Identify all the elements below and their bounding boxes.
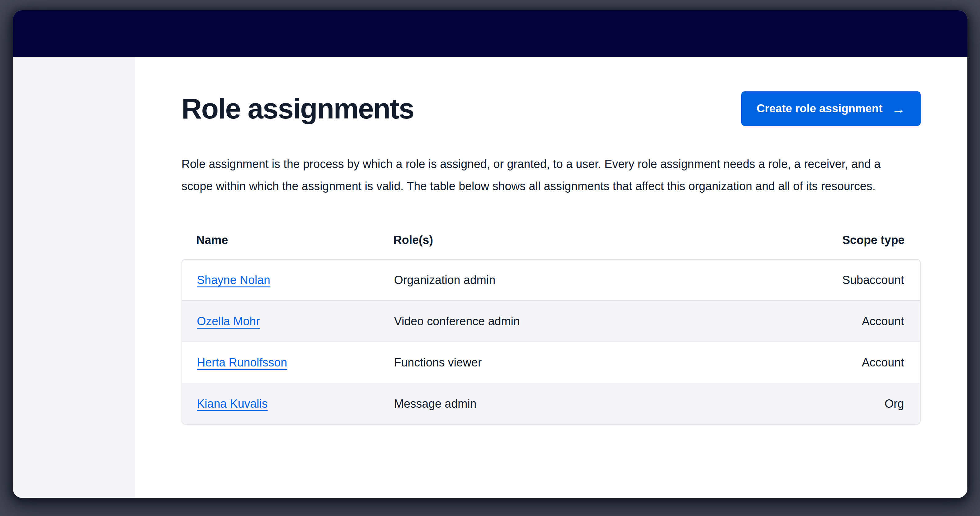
create-role-assignment-button[interactable]: Create role assignment → — [741, 91, 921, 126]
role-assignments-table: Name Role(s) Scope type Shayne Nolan Org… — [181, 234, 921, 425]
scope-type-cell: Account — [705, 315, 920, 328]
name-cell: Ozella Mohr — [182, 315, 379, 328]
scope-type-cell: Subaccount — [705, 274, 920, 287]
top-nav-bar — [13, 10, 967, 57]
create-role-assignment-button-label: Create role assignment — [757, 102, 883, 115]
roles-cell: Organization admin — [379, 274, 705, 287]
sidebar — [13, 57, 135, 498]
table-row: Shayne Nolan Organization admin Subaccou… — [182, 260, 920, 300]
roles-cell: Message admin — [379, 397, 705, 411]
user-name-link[interactable]: Herta Runolfsson — [197, 356, 287, 369]
app-body: Role assignments Create role assignment … — [13, 57, 967, 498]
name-cell: Herta Runolfsson — [182, 356, 379, 369]
app-window: Role assignments Create role assignment … — [13, 10, 967, 498]
main-content: Role assignments Create role assignment … — [135, 57, 967, 498]
user-name-link[interactable]: Shayne Nolan — [197, 274, 270, 287]
table-row: Herta Runolfsson Functions viewer Accoun… — [182, 342, 920, 383]
table-row: Kiana Kuvalis Message admin Org — [182, 383, 920, 424]
column-header-scope-type: Scope type — [705, 234, 921, 247]
user-name-link[interactable]: Kiana Kuvalis — [197, 397, 267, 410]
table-header-row: Name Role(s) Scope type — [181, 234, 921, 259]
column-header-roles: Role(s) — [379, 234, 705, 247]
name-cell: Shayne Nolan — [182, 274, 379, 287]
page-title: Role assignments — [181, 92, 414, 125]
scope-type-cell: Org — [705, 397, 920, 411]
roles-cell: Functions viewer — [379, 356, 705, 369]
roles-cell: Video conference admin — [379, 315, 705, 328]
column-header-name: Name — [181, 234, 379, 247]
arrow-right-icon: → — [892, 102, 905, 116]
page-header: Role assignments Create role assignment … — [181, 91, 921, 126]
page-description: Role assignment is the process by which … — [181, 153, 904, 197]
name-cell: Kiana Kuvalis — [182, 397, 379, 411]
table-row: Ozella Mohr Video conference admin Accou… — [182, 300, 920, 342]
table-body: Shayne Nolan Organization admin Subaccou… — [181, 259, 921, 425]
user-name-link[interactable]: Ozella Mohr — [197, 315, 260, 328]
scope-type-cell: Account — [705, 356, 920, 369]
